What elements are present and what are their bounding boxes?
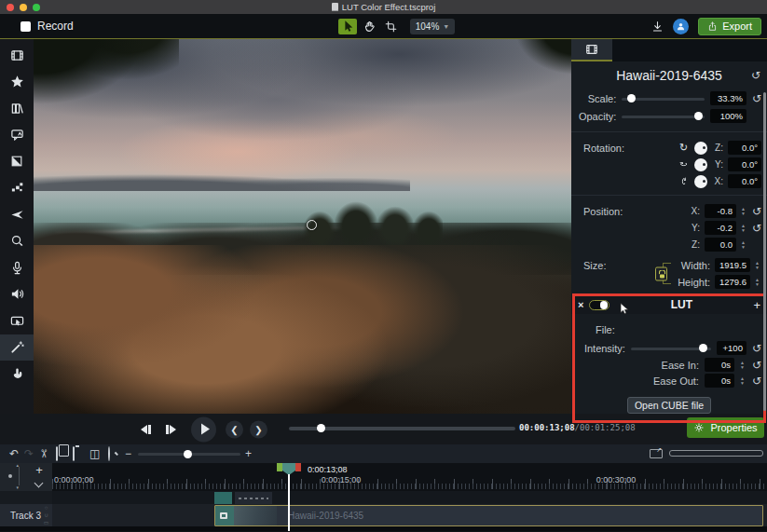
collapse-tracks-chevron[interactable] bbox=[34, 479, 44, 488]
position-y-reset-button[interactable]: ↺ bbox=[752, 224, 761, 233]
undo-button[interactable]: ↶ bbox=[9, 448, 19, 459]
sidebar-item-voice-narration[interactable] bbox=[0, 254, 34, 281]
opacity-value[interactable]: 100% bbox=[710, 109, 746, 123]
prev-frame-button[interactable] bbox=[141, 425, 151, 434]
sidebar-item-zoom-n-pan[interactable] bbox=[0, 228, 34, 255]
position-y-value[interactable]: -0.2 bbox=[705, 221, 736, 235]
ease-out-reset-button[interactable]: ↺ bbox=[752, 376, 761, 386]
marker-dot-icon[interactable] bbox=[8, 474, 12, 478]
rotation-z-value[interactable]: 0.0° bbox=[728, 141, 761, 155]
select-tool-button[interactable] bbox=[338, 19, 357, 34]
ease-in-stepper[interactable]: ▲▼ bbox=[740, 361, 746, 369]
scrubber-thumb[interactable] bbox=[317, 424, 325, 432]
height-value[interactable]: 1279.6 bbox=[715, 275, 750, 289]
track-height-control[interactable] bbox=[19, 467, 20, 485]
zoom-out-button[interactable]: − bbox=[125, 448, 131, 459]
scale-slider[interactable] bbox=[622, 94, 705, 102]
account-avatar[interactable] bbox=[673, 19, 689, 34]
cut-button[interactable]: ✂ bbox=[38, 449, 49, 458]
rotation-x-dial[interactable] bbox=[694, 175, 707, 188]
sidebar-item-cursor-path[interactable] bbox=[0, 201, 34, 228]
ease-in-reset-button[interactable]: ↺ bbox=[752, 361, 761, 370]
download-icon[interactable] bbox=[651, 20, 664, 33]
canvas-zoom-dropdown[interactable]: 104% ▼ bbox=[410, 19, 455, 34]
record-button[interactable]: Record bbox=[21, 20, 74, 33]
rotation-y-value[interactable]: 0.0° bbox=[728, 157, 761, 171]
sidebar-item-audio-effects[interactable] bbox=[0, 281, 34, 308]
video-canvas[interactable] bbox=[34, 39, 571, 414]
next-clip-button[interactable]: ❯ bbox=[250, 420, 267, 438]
crop-tool-button[interactable] bbox=[381, 19, 400, 34]
track-3-lane[interactable]: Hawaii-2019-6435 bbox=[52, 504, 767, 526]
lock-aspect-icon[interactable] bbox=[655, 266, 667, 280]
add-keyframe-button[interactable]: + bbox=[753, 298, 760, 312]
position-z-stepper[interactable]: ▲▼ bbox=[741, 240, 747, 249]
rotation-z-dial[interactable] bbox=[694, 142, 707, 155]
rotation-y-dial[interactable] bbox=[694, 158, 707, 171]
detach-timeline-icon[interactable] bbox=[650, 449, 663, 458]
intensity-slider[interactable] bbox=[631, 344, 711, 352]
sidebar-item-media[interactable] bbox=[0, 42, 34, 69]
rotate-z-icon[interactable]: ↻ bbox=[678, 142, 690, 154]
clip-fragment-audio[interactable] bbox=[235, 492, 272, 504]
previous-clip-button[interactable]: ❮ bbox=[226, 420, 243, 438]
playhead-line[interactable] bbox=[288, 474, 290, 531]
rotate-y-icon[interactable]: ↻ bbox=[678, 161, 690, 168]
position-z-value[interactable]: 0.0 bbox=[705, 238, 736, 252]
reset-all-button[interactable]: ↺ bbox=[751, 71, 760, 80]
rotate-x-icon[interactable]: ↻ bbox=[680, 175, 687, 187]
sidebar-item-transitions[interactable] bbox=[0, 148, 34, 175]
sidebar-item-annotations[interactable] bbox=[0, 122, 34, 149]
sidebar-item-visual-effects[interactable] bbox=[0, 334, 34, 361]
width-stepper[interactable]: ▲▼ bbox=[755, 261, 761, 269]
intensity-value[interactable]: +100 bbox=[717, 341, 746, 355]
timeline-clip-hawaii[interactable]: Hawaii-2019-6435 bbox=[214, 505, 763, 526]
zoom-in-button[interactable]: + bbox=[245, 448, 252, 459]
timeline-zoom-slider[interactable] bbox=[138, 453, 240, 456]
export-button[interactable]: Export bbox=[698, 18, 761, 35]
position-y-stepper[interactable]: ▲▼ bbox=[741, 224, 747, 232]
opacity-slider[interactable] bbox=[622, 112, 705, 120]
sidebar-item-behaviors[interactable] bbox=[0, 175, 34, 202]
remove-effect-button[interactable]: × bbox=[578, 299, 583, 310]
timeline-ruler[interactable]: 0:00:00;00 0:00:15;00 0:00:30;00 bbox=[52, 463, 767, 491]
sidebar-item-library[interactable] bbox=[0, 95, 34, 122]
playhead-out-handle[interactable] bbox=[295, 463, 301, 471]
redo-button[interactable]: ↷ bbox=[24, 448, 34, 459]
ease-out-value[interactable]: 0s bbox=[705, 374, 734, 388]
width-value[interactable]: 1919.5 bbox=[715, 258, 750, 272]
add-track-button[interactable]: + bbox=[30, 463, 48, 477]
position-x-stepper[interactable]: ▲▼ bbox=[741, 207, 747, 215]
play-button[interactable] bbox=[191, 416, 216, 442]
next-frame-button[interactable] bbox=[166, 425, 176, 434]
timeline-zoom-thumb[interactable] bbox=[184, 450, 192, 458]
canvas-anchor-point[interactable] bbox=[307, 220, 317, 230]
timeline-zoom-button[interactable] bbox=[108, 448, 110, 459]
clip-fragment-teal[interactable] bbox=[214, 492, 232, 504]
paste-button[interactable] bbox=[73, 448, 75, 459]
pan-tool-button[interactable] bbox=[360, 19, 378, 34]
open-cube-file-button[interactable]: Open CUBE file bbox=[627, 397, 711, 414]
properties-button[interactable]: Properties bbox=[687, 417, 764, 438]
intensity-reset-button[interactable]: ↺ bbox=[752, 344, 761, 353]
timeline-horizontal-scrollbar[interactable] bbox=[669, 450, 763, 457]
sidebar-item-interactivity[interactable] bbox=[0, 361, 34, 388]
track-3-controls[interactable]: ○∪▭ bbox=[40, 504, 52, 526]
rotation-x-value[interactable]: 0.0° bbox=[728, 174, 761, 188]
sidebar-item-cursor-effects[interactable] bbox=[0, 307, 34, 334]
tab-visual-properties[interactable] bbox=[571, 39, 612, 61]
panel-scrollbar[interactable] bbox=[763, 92, 766, 411]
ease-out-stepper[interactable]: ▲▼ bbox=[740, 376, 746, 385]
scrubber-slider[interactable] bbox=[289, 427, 515, 430]
lut-enable-toggle[interactable] bbox=[589, 300, 609, 310]
ease-in-value[interactable]: 0s bbox=[705, 358, 734, 372]
position-x-reset-button[interactable]: ↺ bbox=[752, 207, 761, 216]
position-x-value[interactable]: -0.8 bbox=[705, 204, 736, 218]
height-stepper[interactable]: ▲▼ bbox=[755, 278, 761, 286]
split-button[interactable]: ◫ bbox=[89, 448, 100, 459]
playhead-in-handle[interactable] bbox=[277, 463, 282, 471]
sidebar-item-favorites[interactable] bbox=[0, 69, 34, 96]
scale-reset-button[interactable]: ↺ bbox=[752, 94, 761, 103]
copy-button[interactable] bbox=[56, 448, 58, 459]
scale-value[interactable]: 33.3% bbox=[710, 91, 746, 105]
